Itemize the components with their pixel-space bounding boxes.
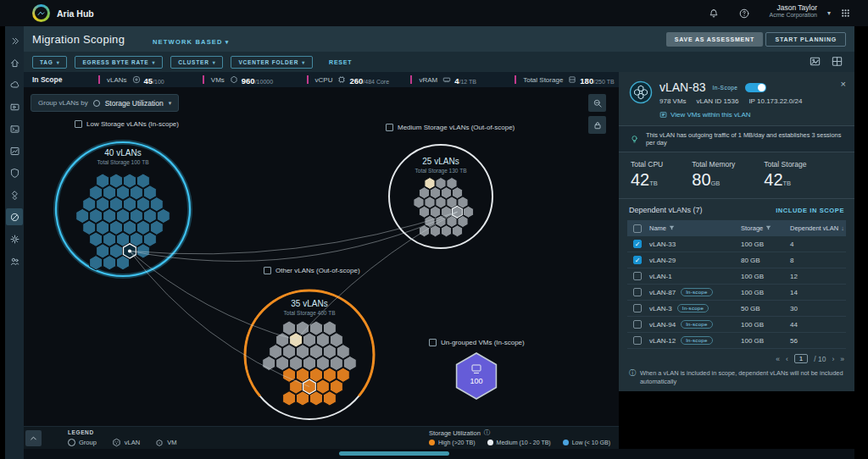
prev-page-icon[interactable]: ‹ (786, 355, 788, 363)
row-checkbox[interactable] (633, 272, 642, 280)
group-by-dropdown[interactable]: Group vLANs by Storage Utilization ▾ (31, 94, 179, 112)
layout-grid-icon-button[interactable] (831, 55, 844, 69)
bulb-icon (629, 134, 640, 145)
in-scope-badge: In-scope (681, 288, 712, 296)
notifications-bell-icon[interactable] (706, 6, 721, 20)
stat-total-storage: Total Storage 42TB (764, 160, 806, 190)
filter-icon[interactable] (669, 225, 675, 231)
network-based-dropdown[interactable]: NETWORK BASED▾ (153, 38, 229, 46)
legend-title: LEGEND (68, 429, 94, 435)
group-circle-icon (68, 439, 75, 446)
table-row[interactable]: vLAN-1 100 GB 12 (627, 268, 846, 285)
checkbox-icon[interactable] (386, 124, 393, 131)
table-row[interactable]: vLAN-12 In-scope 100 GB 56 (627, 333, 846, 349)
filter-chip-egress-byte-rate[interactable]: EGRESS BYTE RATE▾ (75, 56, 163, 69)
table-row[interactable]: vLAN-94 In-scope 100 GB 44 (627, 317, 846, 333)
sidebar-item-apps[interactable] (6, 186, 23, 203)
in-scope-badge: In-scope (681, 336, 712, 345)
vlan-bubble-chart[interactable]: 100 Group vLANs by Storage Utilization ▾… (24, 87, 619, 426)
snapshot-icon-button[interactable] (809, 55, 822, 69)
sidebar-item-settings[interactable] (6, 230, 23, 247)
filter-chip-vcenter-folder[interactable]: VCENTER FOLDER▾ (231, 56, 313, 69)
vlan-icon (132, 75, 141, 84)
start-planning-button[interactable]: START PLANNING (765, 32, 846, 47)
help-icon[interactable] (737, 6, 751, 20)
chevron-down-icon: ▾ (827, 9, 831, 17)
sidebar-item-migration-scoping[interactable] (6, 208, 23, 225)
sort-descending-icon[interactable]: ↓ (841, 224, 844, 232)
vlan-storage: 100 GB (741, 289, 790, 296)
sidebar-item-security[interactable] (6, 164, 23, 181)
group-checkbox-medium-storage[interactable]: Medium Storage vLANs (Out-of-scope) (386, 124, 515, 131)
ram-icon (442, 75, 451, 84)
first-page-icon[interactable]: « (776, 355, 780, 363)
metric-separator (515, 75, 516, 84)
checkbox-icon[interactable] (264, 267, 271, 274)
in-scope-toggle[interactable] (745, 83, 766, 92)
radio-icon (93, 100, 100, 107)
row-checkbox[interactable] (633, 288, 642, 296)
vlan-storage: 50 GB (741, 305, 790, 312)
sidebar-item-reports[interactable] (6, 142, 23, 159)
chevron-down-icon: ▾ (225, 39, 230, 45)
table-row[interactable]: vLAN-3 In-scope 50 GB 30 (627, 301, 846, 317)
page-title: Migration Scoping (32, 33, 125, 46)
save-as-assessment-button[interactable]: SAVE AS ASSESSMENT (666, 32, 763, 47)
sidebar-item-collapse[interactable] (6, 32, 23, 49)
table-row[interactable]: vLAN-87 In-scope 100 GB 14 (627, 285, 846, 301)
bubble-chart-svg[interactable]: 100 (24, 87, 619, 426)
storage-utilization-legend: Storage Utilization ⓘ High (>20 TB) Medi… (429, 429, 610, 445)
sidebar-item-console[interactable] (6, 120, 23, 137)
user-menu[interactable]: Jason Taylor Acme Corporation (770, 3, 817, 19)
zoom-lock-button[interactable] (588, 116, 606, 134)
group-checkbox-ungrouped-vms[interactable]: Un-grouped VMs (In-scope) (429, 339, 525, 346)
legend-item-group: Group (68, 439, 97, 446)
group-checkbox-low-storage[interactable]: Low Storage vLANs (In-scope) (75, 120, 179, 128)
table-row[interactable]: ✓ vLAN-29 80 GB 8 (627, 252, 846, 268)
stat-total-memory: Total Memory 80GB (692, 160, 735, 190)
legend-bar: LEGEND Group vLAN VM Storage Utilization… (24, 426, 619, 449)
reset-filters-link[interactable]: RESET (329, 59, 352, 65)
filter-chip-cluster[interactable]: CLUSTER▾ (170, 56, 223, 69)
sidebar-item-vm-library[interactable] (6, 98, 23, 115)
row-checkbox[interactable]: ✓ (633, 256, 642, 264)
metric-separator (203, 75, 204, 84)
row-checkbox[interactable] (633, 336, 642, 345)
app-switcher-icon[interactable] (838, 6, 853, 20)
scrollbar-thumb[interactable] (339, 451, 449, 456)
row-checkbox[interactable] (633, 320, 642, 329)
chevron-down-icon: ▾ (169, 100, 172, 107)
filter-chip-tag[interactable]: TAG▾ (32, 56, 67, 69)
vlan-cluster-icon (629, 80, 653, 104)
filter-icon[interactable] (765, 225, 771, 231)
pagination: « ‹ 1 / 10 › » (619, 349, 854, 363)
vlan-storage: 100 GB (741, 273, 790, 280)
sidebar-item-users[interactable] (6, 252, 23, 269)
vlan-dependents: 30 (790, 305, 846, 312)
row-checkbox[interactable] (633, 304, 642, 312)
medium-dot-icon (487, 440, 493, 445)
vlan-storage: 80 GB (741, 257, 790, 264)
sidebar-item-cloud[interactable] (6, 76, 23, 93)
legend-collapse-button[interactable] (25, 430, 42, 446)
chevron-down-icon: ▾ (213, 59, 216, 65)
last-page-icon[interactable]: » (840, 355, 844, 363)
zoom-out-button[interactable] (588, 94, 606, 112)
totals-row: Total CPU 42TB Total Memory 80GB Total S… (619, 152, 854, 196)
group-checkbox-other-vlans[interactable]: Other vLANs (Out-of-scope) (264, 267, 360, 274)
chevron-down-icon: ▾ (153, 59, 156, 65)
checkbox-icon[interactable] (429, 339, 437, 346)
table-row[interactable]: ✓ vLAN-33 100 GB 4 (627, 236, 846, 252)
include-in-scope-link[interactable]: INCLUDE IN SCOPE (776, 207, 844, 214)
traffic-info-text: This vLAN has outgoing traffic of 1 MB/d… (646, 131, 844, 147)
row-checkbox[interactable]: ✓ (633, 240, 642, 248)
vlan-name: vLAN-94 (649, 321, 676, 329)
view-vms-link[interactable]: View VMs within this vLAN (659, 111, 854, 119)
sidebar-item-home[interactable] (6, 54, 23, 71)
vlan-storage: 100 GB (741, 241, 790, 248)
checkbox-icon[interactable] (75, 120, 82, 128)
select-all-checkbox[interactable] (633, 224, 642, 233)
next-page-icon[interactable]: › (832, 355, 834, 363)
close-icon[interactable]: × (841, 79, 846, 89)
current-page-input[interactable]: 1 (794, 354, 808, 363)
